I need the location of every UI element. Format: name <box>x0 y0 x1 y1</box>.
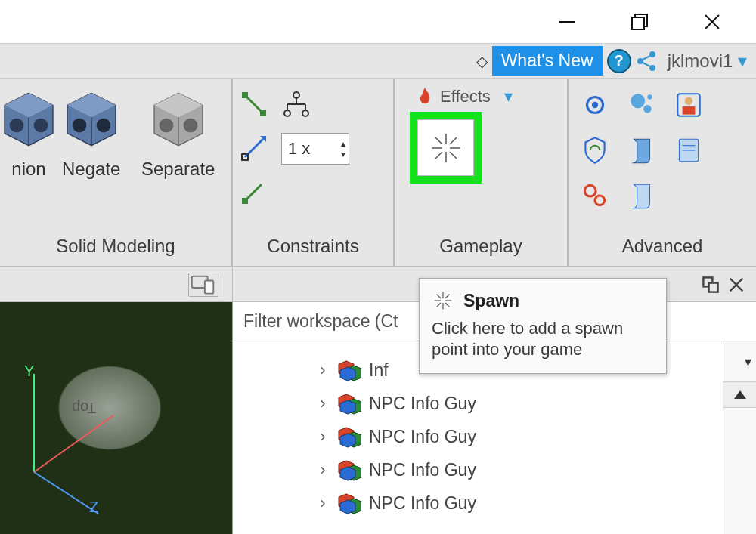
tree-item[interactable]: ›NPC Info Guy <box>233 453 723 486</box>
svg-point-49 <box>592 102 598 108</box>
tree-item[interactable]: ›NPC Info Guy <box>233 387 723 420</box>
axis-y-label: Y <box>24 363 34 380</box>
shield-sync-icon[interactable] <box>579 134 611 166</box>
gears-red-icon[interactable] <box>579 180 611 211</box>
tree-item-label: NPC Info Guy <box>369 394 476 414</box>
tree-item-label: NPC Info Guy <box>369 427 476 447</box>
expand-icon[interactable]: › <box>316 493 330 513</box>
script-scroll-icon[interactable] <box>626 180 658 211</box>
axis-gizmo-icon <box>23 363 136 521</box>
axis-z-label: Z <box>89 499 98 516</box>
expand-icon[interactable]: › <box>316 394 330 413</box>
fire-icon <box>416 86 434 107</box>
restore-button[interactable] <box>624 7 655 37</box>
group-label-solid-modeling: Solid Modeling <box>6 230 225 266</box>
viewport-3d[interactable]: Top Y Z <box>0 302 233 534</box>
ribbon-group-advanced: Advanced <box>569 79 756 266</box>
negate-button[interactable]: Negate <box>51 86 131 180</box>
svg-line-90 <box>445 303 449 307</box>
model-icon <box>337 358 361 382</box>
tree-item[interactable]: ›NPC Info Guy <box>233 420 723 453</box>
model-icon <box>337 391 361 415</box>
separate-label: Separate <box>141 159 215 180</box>
script-roll-icon[interactable] <box>626 134 658 166</box>
spawn-button[interactable] <box>410 112 482 184</box>
svg-line-45 <box>450 152 457 159</box>
svg-point-39 <box>302 110 308 116</box>
svg-line-9 <box>643 63 650 66</box>
union-label: nion <box>11 159 45 180</box>
avatar-icon[interactable] <box>673 89 705 121</box>
effects-dropdown[interactable]: Effects ▾ <box>440 87 513 106</box>
svg-rect-27 <box>260 110 266 116</box>
minimize-button[interactable] <box>552 7 582 37</box>
help-icon[interactable]: ? <box>607 49 631 73</box>
window-titlebar <box>0 0 756 44</box>
particle-icon[interactable] <box>626 89 658 121</box>
document-blue-icon[interactable] <box>673 134 705 166</box>
model-icon <box>337 491 361 515</box>
svg-point-33 <box>293 92 299 98</box>
expand-icon[interactable]: › <box>316 427 330 446</box>
scroll-up-button[interactable] <box>723 382 756 408</box>
constraint-hierarchy-icon[interactable] <box>281 89 311 119</box>
expand-icon[interactable]: › <box>316 360 330 380</box>
svg-line-8 <box>643 56 650 60</box>
spawn-tooltip: Spawn Click here to add a spawn point in… <box>419 278 667 374</box>
spawn-burst-icon <box>432 289 454 312</box>
svg-marker-81 <box>340 467 355 480</box>
svg-marker-75 <box>340 400 355 414</box>
close-button[interactable] <box>697 7 727 37</box>
svg-point-23 <box>159 119 173 133</box>
group-label-advanced: Advanced <box>575 230 750 266</box>
ribbon-group-solid-modeling: nion Negate Separate Solid Modeling <box>0 79 233 266</box>
svg-line-89 <box>437 295 441 298</box>
share-icon[interactable] <box>636 50 658 73</box>
constraint-rod-icon[interactable] <box>239 89 269 119</box>
svg-point-38 <box>284 110 290 116</box>
svg-point-14 <box>34 119 48 133</box>
group-label-gameplay: Gameplay <box>401 230 561 266</box>
multiplier-value: 1 x <box>288 139 310 159</box>
tooltip-title: Spawn <box>463 291 519 311</box>
constraint-multiplier-stepper[interactable]: 1 x ▴▾ <box>281 133 349 165</box>
settings-gear-icon[interactable] <box>579 89 611 121</box>
svg-point-60 <box>595 196 605 205</box>
svg-line-69 <box>34 415 113 472</box>
svg-point-24 <box>183 119 197 133</box>
account-username[interactable]: jklmovi1 ▾ <box>668 51 747 72</box>
svg-marker-72 <box>340 367 355 381</box>
union-button[interactable]: nion <box>6 86 51 180</box>
svg-point-13 <box>10 119 24 133</box>
svg-line-91 <box>445 295 449 298</box>
constraint-spring-icon[interactable] <box>239 177 269 207</box>
panel-popout-icon[interactable] <box>702 276 720 294</box>
panel-close-icon[interactable] <box>727 276 745 294</box>
properties-dropdown-icon[interactable]: ▾ <box>745 353 751 370</box>
model-icon <box>337 458 361 482</box>
svg-point-59 <box>584 185 596 196</box>
constraint-axis-icon[interactable] <box>239 133 269 163</box>
separate-button[interactable]: Separate <box>131 86 225 180</box>
stepper-arrows-icon[interactable]: ▴▾ <box>341 134 345 164</box>
properties-side-strip: ▾ <box>723 341 756 534</box>
tree-item[interactable]: ›NPC Info Guy <box>233 486 723 520</box>
svg-rect-62 <box>205 280 213 293</box>
tree-item-label: NPC Info Guy <box>369 493 476 514</box>
svg-line-32 <box>246 184 262 199</box>
ribbon-group-constraints: 1 x ▴▾ Constraints <box>233 79 395 266</box>
svg-rect-2 <box>632 17 644 29</box>
tree-item-label: NPC Info Guy <box>369 460 476 480</box>
svg-line-92 <box>437 303 441 307</box>
svg-point-19 <box>96 119 110 133</box>
whats-new-button[interactable]: What's New <box>492 46 603 76</box>
tooltip-body: Click here to add a spawn point into you… <box>432 318 654 360</box>
expand-icon[interactable]: › <box>316 460 330 480</box>
model-icon <box>337 424 361 449</box>
negate-label: Negate <box>62 159 120 180</box>
collapse-ribbon-icon[interactable]: ◇ <box>476 52 488 70</box>
tree-item-label: Inf <box>369 360 389 381</box>
device-emulator-icon[interactable] <box>188 273 218 297</box>
svg-line-46 <box>450 137 457 144</box>
svg-point-50 <box>631 94 645 108</box>
